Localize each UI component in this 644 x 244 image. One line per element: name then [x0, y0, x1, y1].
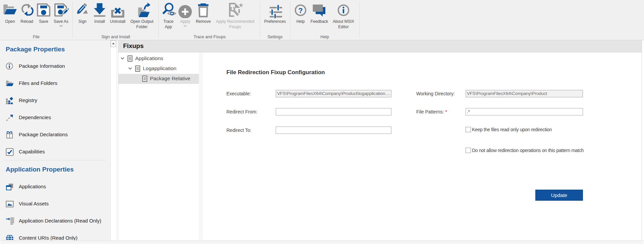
- svg-text:?: ?: [298, 6, 303, 15]
